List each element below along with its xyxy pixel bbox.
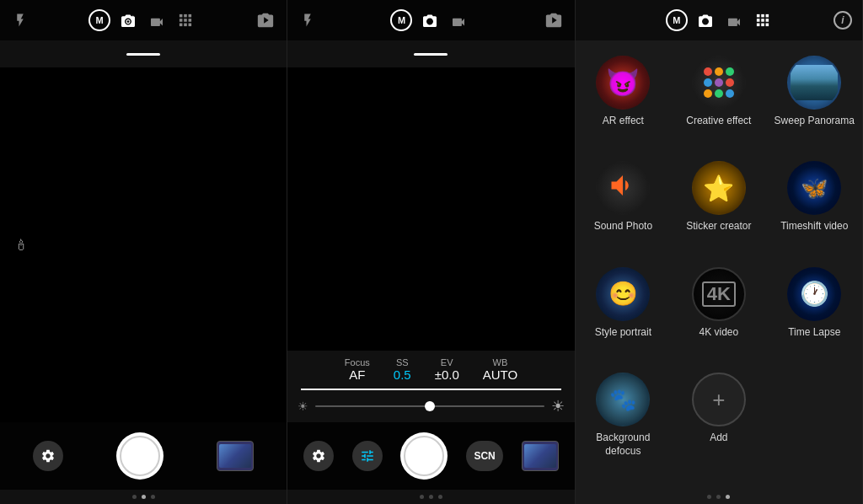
mode-item-add[interactable]: + Add [671,364,766,483]
mode-item-style-portrait[interactable]: 😊 Style portrait [576,259,671,364]
scn-label: SCN [474,450,495,462]
creative-effect-label: Creative effect [686,115,751,128]
dots-bar-1 [0,490,287,504]
brightness-max-icon: ☀ [551,397,565,416]
camera-plus-icon[interactable]: + [117,9,139,31]
viewfinder-2 [287,67,574,351]
rotate-camera-icon[interactable] [255,9,276,31]
flash-icon[interactable] [10,10,30,30]
4k-video-icon: 4K [692,267,746,321]
mode-item-time-lapse[interactable]: 🕐 Time Lapse [767,259,862,364]
dot-1-1 [132,495,137,499]
ss-value: 0.5 [394,367,411,382]
thumbnail-image-2 [524,444,556,468]
ar-effect-label: AR effect [603,115,644,128]
brightness-slider[interactable]: ☀ ☀ [287,397,574,416]
svg-rect-16 [757,24,760,27]
svg-text:+: + [131,14,135,20]
svg-rect-17 [761,24,764,27]
grid-icon[interactable] [174,9,196,31]
mode-adjust-button[interactable] [352,441,383,471]
panel-3: M i 😈 AR effect [576,0,863,504]
param-wb: WB AUTO [483,357,517,382]
dot-2-3 [438,495,442,499]
sound-photo-icon [596,161,650,215]
rotate-camera-icon-2[interactable] [543,9,565,31]
ev-value: ±0.0 [435,367,459,382]
mode-item-sound-photo[interactable]: Sound Photo [576,153,671,258]
sweep-panorama-icon [787,56,841,110]
brightness-min-icon: ☀ [297,399,308,413]
timeshift-video-icon: 🦋 [787,161,841,215]
mode-item-4k-video[interactable]: 4K 4K video [671,259,766,364]
grid-icon-3[interactable] [752,9,774,31]
dot-2-1 [420,495,424,499]
settings-button-1[interactable] [33,441,63,471]
mode-item-timeshift-video[interactable]: 🦋 Timeshift video [767,153,862,258]
clock-icon: 🕐 [800,280,829,308]
time-lapse-label: Time Lapse [788,326,840,340]
dot-3-2 [716,495,721,499]
creative-effect-icon [692,56,746,110]
svg-rect-2 [184,14,187,18]
mode-item-background-defocus[interactable]: 🐾 Background defocus [576,364,671,483]
dot-1-2 [142,495,146,499]
svg-rect-14 [761,19,764,22]
wb-value: AUTO [483,367,517,382]
center-icons-1: M + [88,9,196,31]
ar-face-emoji: 😈 [606,67,640,99]
ar-effect-icon: 😈 [596,56,650,110]
thumbnail-1[interactable] [217,441,254,471]
modes-grid: 😈 AR effect Creative effect [576,40,862,490]
style-portrait-label: Style portrait [595,326,651,340]
sweep-panorama-label: Sweep Panorama [775,115,855,128]
shutter-button-1[interactable] [116,432,163,480]
bottom-controls-1 [0,422,287,490]
camera-plus-icon-3[interactable] [694,9,716,31]
mode-item-sweep-panorama[interactable]: Sweep Panorama [767,47,862,153]
sound-speaker-icon [608,170,638,206]
svg-rect-9 [189,24,192,27]
svg-rect-8 [184,24,187,27]
dots-bar-2 [287,490,574,504]
sweep-landscape [791,65,838,100]
settings-button-2[interactable] [303,441,334,471]
center-icons-3: M [666,9,774,31]
mode-item-ar-effect[interactable]: 😈 AR effect [576,47,671,153]
svg-rect-7 [180,24,183,27]
scn-button[interactable]: SCN [466,441,503,471]
thumbnail-2[interactable] [522,441,559,471]
mode-item-creative-effect[interactable]: Creative effect [671,47,766,153]
slider-track[interactable] [315,405,544,407]
dot-3-1 [707,495,711,499]
bgd-paw-icon: 🐾 [609,387,636,413]
add-plus-icon: + [712,387,725,413]
mode-item-sticker-creator[interactable]: ⭐ Sticker creator [671,153,766,258]
panel-1: M + 🕯 [0,0,287,504]
slider-thumb [425,401,435,411]
mode-bar-1 [0,40,287,67]
camera-plus-icon-2[interactable] [419,9,441,31]
svg-rect-12 [765,14,769,18]
video-icon[interactable] [146,9,168,31]
bottom-controls-2: SCN [287,422,574,490]
style-portrait-icon: 😊 [596,267,650,321]
m-badge-3[interactable]: M [666,9,688,31]
add-label: Add [710,432,727,445]
add-icon-circle: + [692,373,746,426]
sticker-creator-icon: ⭐ [692,161,746,215]
m-badge-2[interactable]: M [390,9,412,31]
flash-icon-2[interactable] [297,10,318,30]
sticker-creator-label: Sticker creator [686,220,751,233]
panel-2: M Focus AF SS 0.5 EV ±0.0 WB [287,0,575,504]
video-icon-3[interactable] [723,9,745,31]
info-icon[interactable]: i [834,11,852,29]
svg-rect-4 [180,19,183,22]
m-badge[interactable]: M [88,9,110,31]
4k-text: 4K [702,281,736,307]
svg-rect-6 [189,19,192,22]
time-lapse-icon: 🕐 [787,267,841,321]
video-icon-2[interactable] [448,9,469,31]
shutter-button-2[interactable] [400,432,448,480]
shutter-inner-1 [120,436,160,476]
